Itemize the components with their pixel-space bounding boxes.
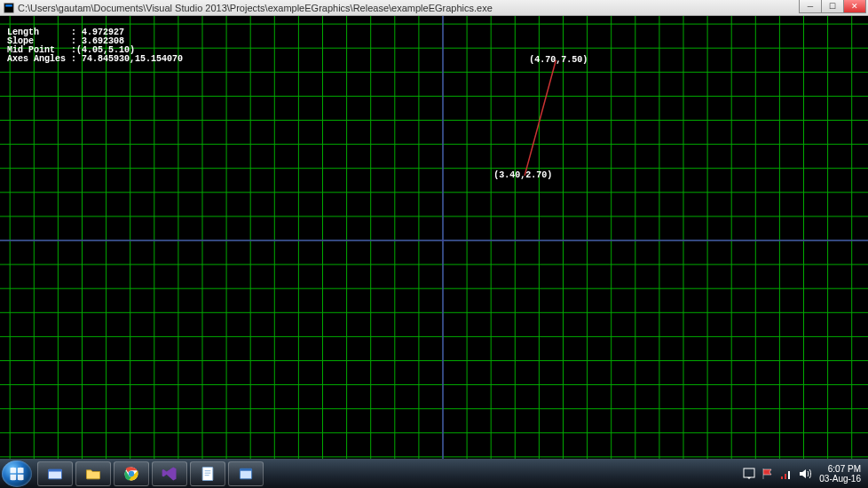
clock-date: 03-Aug-16 — [819, 474, 861, 484]
svg-rect-71 — [781, 476, 783, 479]
hud-axes-label: Axes Angles : — [7, 54, 76, 64]
app-window-icon — [237, 465, 255, 483]
hud-axes-value: 74.845930,15.154070 — [76, 54, 183, 64]
taskbar-item-folder[interactable] — [75, 461, 111, 486]
window-controls: ─ ☐ ✕ — [800, 0, 866, 13]
folder-icon — [84, 465, 102, 483]
svg-rect-69 — [240, 468, 251, 471]
start-button[interactable] — [2, 460, 32, 487]
taskbar-item-notepad[interactable] — [190, 461, 225, 486]
plot-svg — [0, 16, 868, 459]
point-label-end: (4.70,7.50) — [529, 55, 588, 65]
close-button[interactable]: ✕ — [843, 0, 866, 13]
svg-rect-1 — [5, 4, 12, 6]
taskbar-item-chrome[interactable] — [114, 461, 149, 486]
chrome-icon — [122, 465, 140, 483]
svg-rect-64 — [202, 467, 213, 480]
point-label-start: (3.40,2.70) — [493, 170, 552, 180]
svg-rect-61 — [49, 469, 62, 472]
svg-line-59 — [525, 60, 556, 176]
taskbar-clock[interactable]: 6:07 PM 03-Aug-16 — [819, 464, 861, 484]
svg-point-63 — [129, 470, 134, 476]
taskbar: 6:07 PM 03-Aug-16 — [0, 459, 868, 488]
explorer-icon — [46, 465, 64, 483]
notepad-icon — [199, 465, 217, 483]
svg-rect-73 — [788, 471, 790, 479]
titlebar: C:\Users\gautam\Documents\Visual Studio … — [0, 0, 868, 16]
minimize-button[interactable]: ─ — [799, 0, 822, 13]
svg-rect-70 — [744, 468, 754, 477]
windows-logo-icon — [8, 465, 26, 483]
system-tray: 6:07 PM 03-Aug-16 — [738, 464, 866, 484]
app-icon — [4, 3, 14, 13]
clock-time: 6:07 PM — [819, 464, 861, 474]
taskbar-item-app[interactable] — [228, 461, 264, 486]
volume-icon[interactable] — [798, 467, 812, 481]
hud-overlay: Length : 4.972927 Slope : 3.692308 Mid P… — [7, 20, 183, 73]
visual-studio-icon — [161, 465, 178, 483]
action-center-icon[interactable] — [742, 467, 756, 481]
maximize-button[interactable]: ☐ — [821, 0, 844, 13]
flag-icon[interactable] — [761, 467, 775, 481]
svg-rect-72 — [785, 474, 786, 479]
window-title: C:\Users\gautam\Documents\Visual Studio … — [18, 3, 493, 13]
taskbar-item-explorer[interactable] — [37, 461, 73, 486]
taskbar-item-visualstudio[interactable] — [152, 461, 187, 486]
network-icon[interactable] — [779, 467, 793, 481]
graphics-canvas: Length : 4.972927 Slope : 3.692308 Mid P… — [0, 16, 868, 459]
